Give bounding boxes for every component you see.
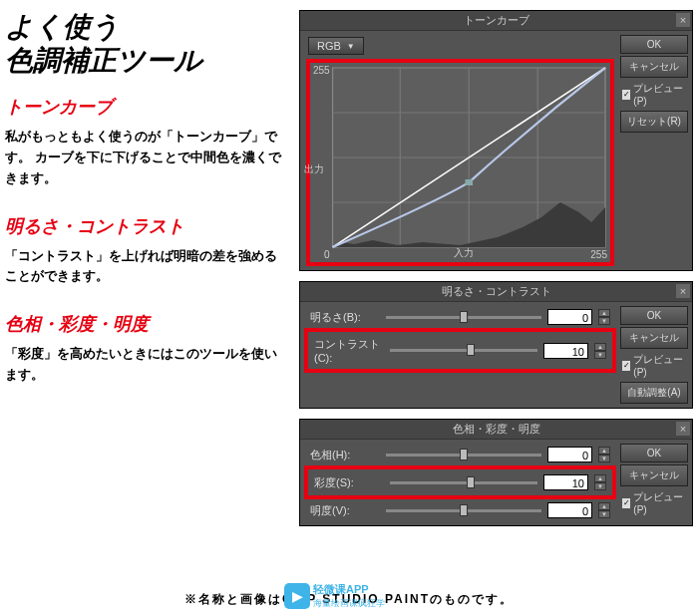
brightness-contrast-panel: 明るさ・コントラスト × 明るさ(B): 0 ▲▼ コントラスト(C): 10 …: [299, 281, 693, 409]
ok-button[interactable]: OK: [620, 35, 688, 54]
section-2-title: 明るさ・コントラスト: [5, 214, 289, 238]
cancel-button[interactable]: キャンセル: [620, 464, 688, 486]
contrast-label: コントラスト(C):: [314, 337, 384, 364]
panel-title: トーンカーブ: [300, 11, 692, 31]
hue-stepper[interactable]: ▲▼: [598, 447, 610, 462]
saturation-label: 彩度(S):: [314, 475, 384, 490]
value-slider[interactable]: [386, 509, 541, 512]
page-title: よく使う色調補正ツール: [5, 10, 289, 77]
close-icon[interactable]: ×: [676, 13, 690, 27]
curve-graph[interactable]: 255 出力 0 入力 255: [306, 59, 614, 266]
watermark: ▶ 轻微课APP 海量绘画课疯狂学: [284, 582, 385, 610]
contrast-slider[interactable]: [390, 349, 537, 352]
hue-slider[interactable]: [386, 454, 541, 457]
hue-label: 色相(H):: [310, 448, 380, 462]
saturation-slider[interactable]: [390, 481, 537, 484]
tone-curve-panel: トーンカーブ × RGB ▼ 255 出力 0 入力 255: [299, 10, 693, 271]
panel-title: 明るさ・コントラスト: [300, 282, 692, 302]
origin-label: 0: [324, 249, 330, 260]
contrast-stepper[interactable]: ▲▼: [594, 343, 606, 359]
section-3-title: 色相・彩度・明度: [5, 312, 289, 336]
saturation-highlight: 彩度(S): 10 ▲▼: [304, 465, 616, 499]
reset-button[interactable]: リセット(R): [620, 111, 688, 133]
chevron-down-icon: ▼: [347, 42, 355, 51]
watermark-name: 轻微课APP: [313, 582, 385, 597]
value-stepper[interactable]: ▲▼: [598, 502, 610, 518]
hsv-panel: 色相・彩度・明度 × 色相(H): 0 ▲▼ 彩度(S): 10 ▲▼ 明度(V…: [299, 419, 693, 526]
preview-checkbox[interactable]: ✓プレビュー(P): [620, 351, 688, 380]
brightness-stepper[interactable]: ▲▼: [598, 309, 610, 325]
brightness-label: 明るさ(B):: [310, 310, 380, 325]
x-max-label: 255: [590, 249, 607, 260]
svg-rect-8: [466, 179, 474, 185]
section-1-title: トーンカーブ: [5, 95, 289, 119]
saturation-value[interactable]: 10: [543, 474, 588, 490]
cancel-button[interactable]: キャンセル: [620, 327, 688, 349]
close-icon[interactable]: ×: [676, 284, 690, 298]
section-1-body: 私がもっともよく使うのが「トーンカーブ」です。 カーブを下に下げることで中間色を…: [5, 127, 289, 188]
watermark-sub: 海量绘画课疯狂学: [313, 597, 385, 610]
preview-checkbox[interactable]: ✓プレビュー(P): [620, 80, 688, 109]
section-2-body: 「コントラスト」を上げれば明暗の差を強めることができます。: [5, 246, 289, 288]
cancel-button[interactable]: キャンセル: [620, 56, 688, 78]
value-value[interactable]: 0: [547, 502, 592, 518]
contrast-highlight: コントラスト(C): 10 ▲▼: [304, 328, 616, 373]
brightness-value[interactable]: 0: [547, 309, 592, 325]
auto-button[interactable]: 自動調整(A): [620, 382, 688, 404]
value-label: 明度(V):: [310, 503, 380, 518]
hue-value[interactable]: 0: [547, 447, 592, 462]
channel-value: RGB: [317, 40, 341, 52]
ok-button[interactable]: OK: [620, 444, 688, 462]
x-axis-label: 入力: [454, 246, 474, 260]
ok-button[interactable]: OK: [620, 306, 688, 325]
brightness-slider[interactable]: [386, 316, 541, 319]
contrast-value[interactable]: 10: [543, 343, 588, 359]
channel-dropdown[interactable]: RGB ▼: [308, 37, 364, 55]
watermark-icon: ▶: [284, 583, 310, 609]
saturation-stepper[interactable]: ▲▼: [594, 474, 606, 490]
section-3-body: 「彩度」を高めたいときにはこのツールを使います。: [5, 344, 289, 386]
panel-title: 色相・彩度・明度: [300, 420, 692, 440]
preview-checkbox[interactable]: ✓プレビュー(P): [620, 488, 688, 517]
close-icon[interactable]: ×: [676, 422, 690, 436]
